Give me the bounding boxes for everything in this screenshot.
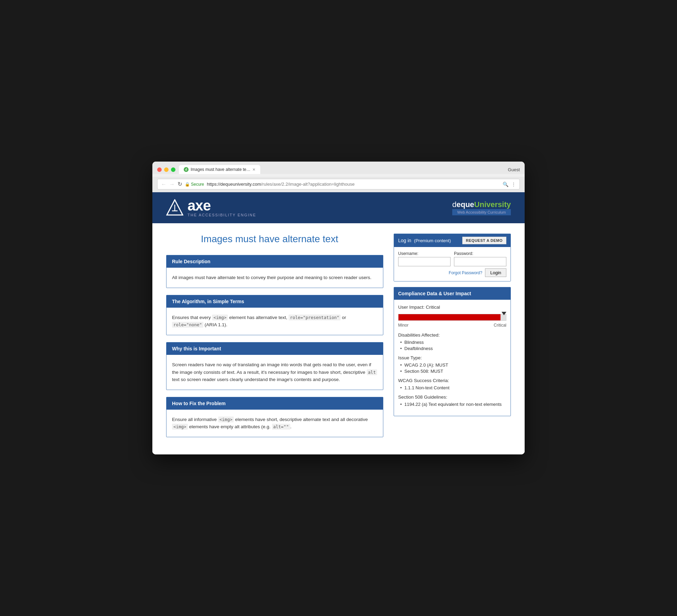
- impact-bar-fill: [398, 314, 501, 320]
- disabilities-title: Disabilities Affected:: [398, 332, 506, 338]
- impact-marker: [502, 312, 506, 315]
- algorithm-text-middle2: or: [341, 315, 346, 320]
- why-important-header: Why this is Important: [166, 342, 383, 355]
- axe-wordmark: axe THE ACCESSIBILITY ENGINE: [188, 198, 256, 217]
- list-item: WCAG 2.0 (A): MUST: [398, 362, 506, 368]
- browser-tabs: d Images must have alternate te… ✕: [179, 165, 504, 174]
- rule-description-text: All images must have alternate text to c…: [172, 274, 377, 281]
- section508-list: 1194.22 (a) Text equivalent for non-text…: [398, 402, 506, 407]
- why-important-section: Why this is Important Screen readers hav…: [166, 342, 383, 390]
- algorithm-body: Ensures that every <img> element has alt…: [166, 308, 383, 335]
- issue-type-section: Issue Type: WCAG 2.0 (A): MUST Section 5…: [398, 355, 506, 374]
- back-button[interactable]: ←: [161, 181, 166, 187]
- fix-text-prefix: Ensure all informative: [172, 417, 218, 422]
- tab-favicon: d: [184, 167, 189, 172]
- address-bar[interactable]: ← → ↻ 🔒 Secure https://dequeuniversity.c…: [157, 179, 520, 189]
- algorithm-text-suffix: (ARIA 1.1).: [203, 322, 228, 327]
- username-field: Username:: [398, 251, 451, 266]
- rule-description-body: All images must have alternate text to c…: [166, 268, 383, 288]
- secure-badge: 🔒 Secure: [185, 182, 204, 187]
- login-header-text: Log in (Premium content): [398, 238, 451, 243]
- how-to-fix-section: How to Fix the Problem Ensure all inform…: [166, 397, 383, 437]
- login-header: Log in (Premium content) REQUEST A DEMO: [394, 234, 511, 247]
- algorithm-header: The Algorithm, in Simple Terms: [166, 295, 383, 308]
- tab-title: Images must have alternate te…: [191, 167, 250, 172]
- password-label: Password:: [454, 251, 506, 256]
- reload-button[interactable]: ↻: [178, 181, 182, 187]
- issue-type-list: WCAG 2.0 (A): MUST Section 508: MUST: [398, 362, 506, 374]
- wcag-list: 1.1.1 Non-text Content: [398, 385, 506, 390]
- compliance-box: Compliance Data & User Impact User Impac…: [394, 287, 511, 416]
- browser-titlebar: d Images must have alternate te… ✕ Guest: [157, 165, 520, 174]
- axe-subtitle: THE ACCESSIBILITY ENGINE: [188, 213, 256, 217]
- login-box: Log in (Premium content) REQUEST A DEMO …: [394, 234, 511, 281]
- forgot-password-link[interactable]: Forgot Password?: [449, 270, 482, 275]
- section508-section: Section 508 Guidelines: 1194.22 (a) Text…: [398, 394, 506, 407]
- tab-close-icon[interactable]: ✕: [252, 167, 255, 172]
- impact-bar-container: [398, 314, 506, 321]
- request-demo-button[interactable]: REQUEST A DEMO: [462, 237, 506, 244]
- deque-university: dequeUniversity Web Accessibility Curric…: [452, 200, 511, 215]
- how-to-fix-text: Ensure all informative <img> elements ha…: [172, 416, 377, 431]
- algorithm-text: Ensures that every <img> element has alt…: [172, 314, 377, 329]
- browser-chrome: d Images must have alternate te… ✕ Guest: [152, 162, 525, 174]
- wcag-section: WCAG Success Criteria: 1.1.1 Non-text Co…: [398, 378, 506, 390]
- close-button[interactable]: [157, 167, 162, 172]
- section508-title: Section 508 Guidelines:: [398, 394, 506, 400]
- deque-logo: dequeUniversity: [452, 200, 511, 209]
- axe-text: axe: [188, 198, 256, 213]
- password-input[interactable]: [454, 257, 506, 266]
- minimize-button[interactable]: [164, 167, 169, 172]
- fix-text-middle: elements have short, descriptive alterna…: [234, 417, 368, 422]
- list-item: 1.1.1 Non-text Content: [398, 385, 506, 390]
- user-impact-label: User Impact: Critical: [398, 305, 506, 310]
- menu-icon[interactable]: ⋮: [511, 182, 516, 187]
- algorithm-code2: role="presentation": [289, 315, 341, 320]
- fix-code3: alt="": [272, 424, 290, 430]
- axe-logo: axe THE ACCESSIBILITY ENGINE: [166, 198, 256, 217]
- addressbar-wrapper: ← → ↻ 🔒 Secure https://dequeuniversity.c…: [152, 177, 525, 192]
- why-code1: alt: [367, 369, 377, 375]
- active-tab[interactable]: d Images must have alternate te… ✕: [179, 165, 260, 174]
- fix-code1: <img>: [218, 417, 234, 422]
- maximize-button[interactable]: [171, 167, 175, 172]
- critical-label: Critical: [494, 323, 506, 328]
- algorithm-code3: role="none": [172, 322, 203, 328]
- login-button[interactable]: Login: [485, 268, 506, 277]
- fix-text-end: .: [290, 424, 292, 429]
- axe-triangle-icon: [166, 199, 183, 216]
- browser-window: d Images must have alternate te… ✕ Guest…: [152, 162, 525, 454]
- right-column: Log in (Premium content) REQUEST A DEMO …: [394, 234, 511, 444]
- url-display[interactable]: https://dequeuniversity.com/rules/axe/2.…: [207, 182, 500, 187]
- forward-button[interactable]: →: [169, 181, 175, 187]
- rule-description-header: Rule Description: [166, 255, 383, 268]
- why-text-suffix: text so screen reader users clearly unde…: [172, 377, 340, 382]
- fix-text-suffix: elements have empty alt attributes (e.g.: [188, 424, 272, 429]
- why-text-prefix: Screen readers have no way of translatin…: [172, 362, 371, 375]
- secure-text: Secure: [191, 182, 204, 187]
- url-base: https://dequeuniversity.com: [207, 182, 261, 187]
- search-icon[interactable]: 🔍: [503, 182, 508, 187]
- url-path: /rules/axe/2.2/image-alt?application=lig…: [261, 182, 354, 187]
- minor-label: Minor: [398, 323, 408, 328]
- why-important-body: Screen readers have no way of translatin…: [166, 355, 383, 390]
- rule-description-section: Rule Description All images must have al…: [166, 255, 383, 288]
- deque-tagline: Web Accessibility Curriculum: [452, 209, 511, 215]
- login-sub: (Premium content): [414, 238, 451, 243]
- how-to-fix-body: Ensure all informative <img> elements ha…: [166, 410, 383, 437]
- disabilities-section: Disabilities Affected: Blindness Deafbli…: [398, 332, 506, 351]
- algorithm-text-prefix: Ensures that every: [172, 315, 212, 320]
- algorithm-code1: <img>: [212, 315, 228, 320]
- login-body: Username: Password: Forgot Password? Log…: [394, 247, 511, 281]
- list-item: Section 508: MUST: [398, 369, 506, 374]
- lock-icon: 🔒: [185, 182, 190, 187]
- main-layout: Images must have alternate text Rule Des…: [152, 223, 525, 454]
- guest-label: Guest: [508, 167, 520, 172]
- algorithm-text-middle: element has alternative text,: [228, 315, 289, 320]
- wcag-title: WCAG Success Criteria:: [398, 378, 506, 383]
- password-field: Password:: [454, 251, 506, 266]
- username-label: Username:: [398, 251, 451, 256]
- how-to-fix-header: How to Fix the Problem: [166, 397, 383, 410]
- login-actions: Forgot Password? Login: [398, 268, 506, 277]
- username-input[interactable]: [398, 257, 451, 266]
